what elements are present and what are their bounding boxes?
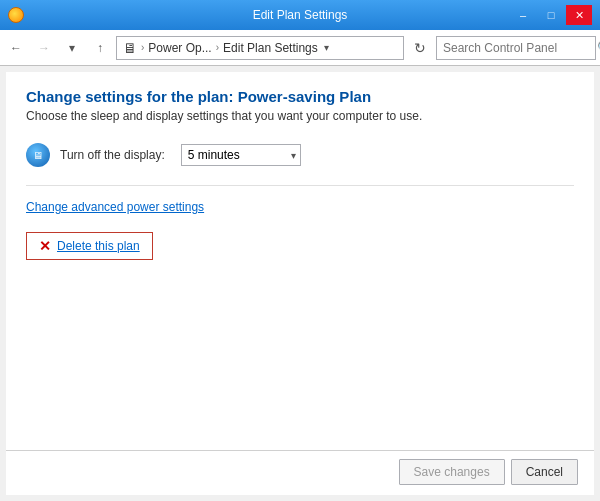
title-bar-left: [8, 7, 24, 23]
path-icon: 🖥: [123, 40, 137, 56]
address-path[interactable]: 🖥 › Power Op... › Edit Plan Settings ▾: [116, 36, 404, 60]
delete-plan-label: Delete this plan: [57, 239, 140, 253]
display-setting-row: 🖥 Turn off the display: 1 minute 2 minut…: [26, 143, 574, 167]
path-separator-2: ›: [216, 42, 219, 53]
forward-button[interactable]: →: [32, 36, 56, 60]
dropdown-button[interactable]: ▾: [60, 36, 84, 60]
page-subheading: Choose the sleep and display settings th…: [26, 109, 574, 123]
path-part1[interactable]: Power Op...: [148, 41, 211, 55]
search-input[interactable]: [443, 41, 593, 55]
app-icon: [8, 7, 24, 23]
save-changes-button[interactable]: Save changes: [399, 459, 505, 485]
maximize-button[interactable]: □: [538, 5, 564, 25]
footer-buttons: Save changes Cancel: [399, 459, 578, 485]
minimize-button[interactable]: –: [510, 5, 536, 25]
display-dropdown[interactable]: 1 minute 2 minutes 3 minutes 5 minutes 1…: [181, 144, 301, 166]
display-dropdown-wrapper[interactable]: 1 minute 2 minutes 3 minutes 5 minutes 1…: [181, 144, 301, 166]
back-button[interactable]: ←: [4, 36, 28, 60]
refresh-button[interactable]: ↻: [408, 36, 432, 60]
delete-section: ✕ Delete this plan: [26, 232, 574, 260]
window-controls: – □ ✕: [510, 5, 592, 25]
page-heading: Change settings for the plan: Power-savi…: [26, 88, 574, 105]
delete-plan-button[interactable]: ✕ Delete this plan: [26, 232, 153, 260]
advanced-settings-link[interactable]: Change advanced power settings: [26, 200, 204, 214]
up-button[interactable]: ↑: [88, 36, 112, 60]
search-box[interactable]: 🔍: [436, 36, 596, 60]
path-current: Edit Plan Settings: [223, 41, 318, 55]
monitor-icon: 🖥: [26, 143, 50, 167]
address-bar: ← → ▾ ↑ 🖥 › Power Op... › Edit Plan Sett…: [0, 30, 600, 66]
window-title: Edit Plan Settings: [253, 8, 348, 22]
display-label: Turn off the display:: [60, 148, 165, 162]
cancel-button[interactable]: Cancel: [511, 459, 578, 485]
main-content: Change settings for the plan: Power-savi…: [6, 72, 594, 495]
close-button[interactable]: ✕: [566, 5, 592, 25]
path-chevron: ▾: [324, 42, 329, 53]
footer-divider: [6, 450, 594, 451]
path-separator-1: ›: [141, 42, 144, 53]
title-bar: Edit Plan Settings – □ ✕: [0, 0, 600, 30]
section-divider: [26, 185, 574, 186]
delete-x-icon: ✕: [39, 239, 51, 253]
